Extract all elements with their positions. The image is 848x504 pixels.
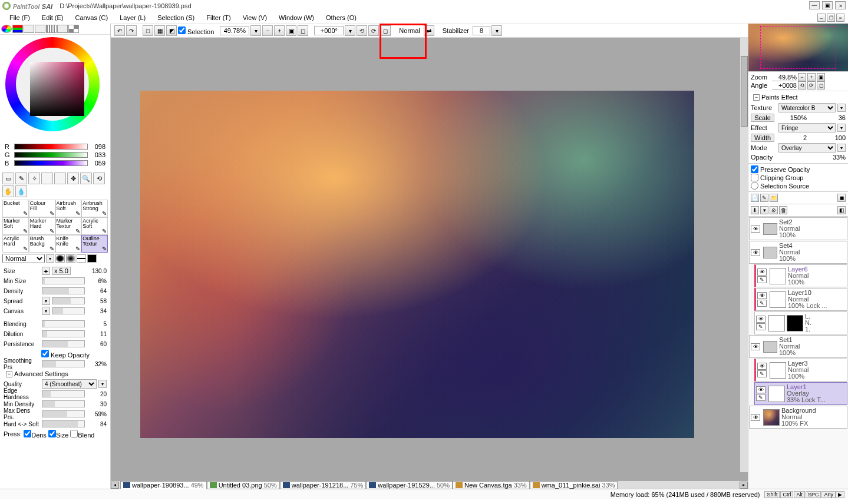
nav-angle-value[interactable]: +0008 — [772, 82, 797, 89]
tip-round-icon[interactable] — [55, 254, 65, 263]
zoom-out-button[interactable]: − — [262, 25, 273, 36]
layer-visibility-icon[interactable]: 👁 — [756, 386, 765, 393]
menu-edit[interactable]: Edit (E) — [36, 13, 70, 22]
canvas-slider[interactable] — [52, 307, 85, 314]
maxdens-slider[interactable] — [42, 410, 85, 417]
scroll-right-button[interactable]: ▸ — [740, 482, 748, 489]
new-linework-button[interactable]: ✎ — [760, 194, 768, 202]
vertical-scrollbar[interactable] — [740, 38, 748, 472]
hsv-sliders-tab[interactable] — [24, 25, 34, 33]
delete-layer-button[interactable]: 🗑 — [779, 206, 787, 214]
quality-select[interactable]: 4 (Smoothest) — [42, 379, 97, 389]
layer-edit-icon[interactable]: ✎ — [756, 394, 765, 401]
edge-slider[interactable] — [42, 390, 85, 397]
layer-edit-icon[interactable]: ✎ — [757, 300, 767, 307]
rotate-ccw-button[interactable]: ⟲ — [357, 25, 367, 36]
advanced-header[interactable]: −Advanced Settings — [4, 369, 107, 379]
zoom-tool[interactable]: 🔍 — [80, 173, 92, 184]
effect-dd[interactable]: ▾ — [837, 124, 846, 132]
press-dens-check[interactable]: Dens — [24, 430, 47, 439]
tip-square-icon[interactable] — [87, 254, 97, 263]
navigator-preview[interactable] — [748, 24, 848, 72]
hand-tool[interactable]: ✋ — [2, 185, 14, 197]
mindens-slider[interactable] — [42, 400, 85, 407]
mdi-minimize-button[interactable]: – — [817, 14, 826, 22]
pmode-select[interactable]: Overlay — [778, 143, 836, 152]
nav-rot-ccw[interactable]: ⟲ — [798, 81, 806, 89]
dilution-slider[interactable] — [42, 330, 85, 337]
layer-visibility-icon[interactable]: 👁 — [751, 414, 760, 421]
layer-visibility-icon[interactable]: 👁 — [751, 343, 760, 350]
undo-button[interactable]: ↶ — [114, 25, 125, 36]
texture-dd[interactable]: ▾ — [837, 104, 846, 112]
close-button[interactable]: ⨉ — [835, 1, 846, 9]
palette-tab[interactable] — [68, 25, 79, 33]
doc-tab[interactable]: Untitled 03.png50% — [207, 481, 280, 489]
press-blend-check[interactable]: Blend — [70, 430, 94, 439]
layer-edit-icon[interactable]: ✎ — [757, 276, 767, 283]
menu-view[interactable]: View (V) — [237, 13, 273, 22]
stabilizer-dropdown[interactable]: ▾ — [491, 25, 502, 36]
layer-item[interactable]: 👁✎Layer10Normal100% Lock ... — [754, 288, 847, 311]
density-slider[interactable] — [42, 287, 85, 294]
sv-picker[interactable] — [30, 62, 84, 116]
layer-item[interactable]: 👁BackgroundNormal100% FX — [749, 406, 847, 429]
tool-airbrush-strong[interactable]: AirbrushStrong✎ — [81, 200, 108, 217]
smooth-slider[interactable] — [42, 360, 85, 367]
keep-opacity-check[interactable]: Keep Opacity — [41, 350, 90, 359]
layer-folder[interactable]: 👁Set1Normal100% — [749, 335, 847, 358]
tool-colour-fill[interactable]: ColourFill✎ — [29, 200, 55, 217]
persist-slider[interactable] — [42, 340, 85, 347]
size-step-dd[interactable]: ◂▸ — [42, 267, 50, 275]
nav-zoom-fit[interactable]: ▣ — [817, 73, 825, 81]
menu-layer[interactable]: Layer (L) — [114, 13, 151, 22]
brush-mode-dropdown[interactable]: ▾ — [46, 254, 54, 263]
eyedropper-tool[interactable]: 💧 — [15, 185, 27, 197]
zoom-in-button[interactable]: + — [274, 25, 285, 36]
tool-marker-soft[interactable]: MarkerSoft✎ — [2, 217, 29, 235]
spread-dd[interactable]: ▾ — [42, 297, 50, 305]
canvas-dd[interactable]: ▾ — [42, 307, 50, 315]
g-slider[interactable] — [14, 152, 88, 158]
tip-flat-icon[interactable] — [77, 254, 86, 263]
rotate-cw-button[interactable]: ⟳ — [368, 25, 379, 36]
color-wheel[interactable] — [5, 37, 105, 137]
r-slider[interactable] — [14, 144, 88, 150]
menu-canvas[interactable]: Canvas (C) — [70, 13, 114, 22]
layer-visibility-icon[interactable]: 👁 — [756, 316, 765, 323]
nav-rot-cw[interactable]: ⟳ — [807, 81, 816, 89]
mdi-close-button[interactable]: × — [836, 14, 844, 22]
b-slider[interactable] — [14, 160, 88, 166]
new-folder-button[interactable]: 📁 — [770, 194, 778, 202]
tool-knife-knife[interactable]: KnifeKnife✎ — [55, 235, 82, 253]
quality-dd[interactable]: ▾ — [98, 380, 107, 388]
layer-folder[interactable]: 👁Set4Normal100% — [749, 241, 847, 264]
layer-mask-button[interactable]: ◼ — [837, 194, 846, 202]
zoom-fit-button[interactable]: ▣ — [286, 25, 296, 36]
menu-file[interactable]: File (F) — [4, 13, 36, 22]
swatches-tab[interactable] — [46, 25, 57, 33]
tool-marker-textur[interactable]: MarkerTextur✎ — [55, 217, 82, 235]
tool-marker-hard[interactable]: MarkerHard✎ — [29, 217, 55, 235]
apply-mask-button[interactable]: ◧ — [837, 206, 846, 214]
rgb-sliders-tab[interactable] — [12, 25, 23, 33]
clear-layer-button[interactable]: ⊘ — [770, 206, 778, 214]
doc-tab[interactable]: wallpaper-191529...50% — [366, 481, 453, 489]
doc-tab[interactable]: wallpaper-190893...49% — [120, 481, 207, 489]
rotation-dropdown[interactable]: ▾ — [345, 25, 355, 36]
tool-outline-textur[interactable]: OutlineTextur✎ — [81, 235, 108, 253]
rotation-input[interactable] — [314, 26, 344, 35]
width-value[interactable]: 2 — [776, 134, 807, 141]
layer-visibility-icon[interactable]: 👁 — [757, 292, 767, 299]
zoom-actual-button[interactable]: ◻ — [298, 25, 308, 36]
clipping-group-check[interactable]: Clipping Group — [751, 174, 846, 181]
tool-acrylic-soft[interactable]: AcrylicSoft✎ — [81, 217, 108, 235]
scratchpad-tab[interactable] — [57, 25, 68, 33]
brush-blend-mode[interactable]: Normal — [2, 254, 45, 263]
layer-edit-icon[interactable]: ✎ — [756, 323, 765, 330]
zoom-input[interactable] — [220, 26, 249, 35]
layer-item[interactable]: 👁✎Layer6Normal100% — [754, 264, 847, 287]
hard-slider[interactable] — [42, 420, 85, 427]
layer-visibility-icon[interactable]: 👁 — [751, 226, 760, 233]
move-tool[interactable]: ✥ — [67, 173, 79, 184]
